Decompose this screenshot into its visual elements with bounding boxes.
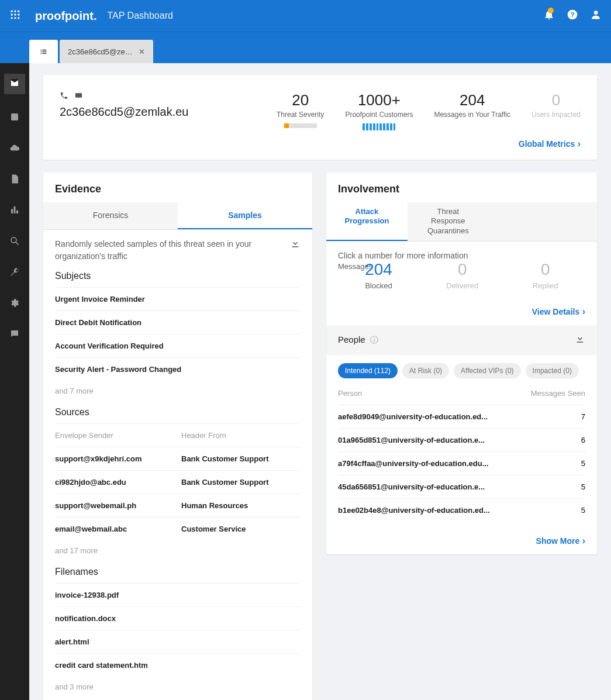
svg-point-11 [594,11,598,15]
tab-attack-progression[interactable]: Attack Progression [326,202,408,242]
sources-columns: Envelope Sender Header From [55,423,301,447]
chip-impacted[interactable]: Impacted (0) [526,363,579,378]
tab-samples[interactable]: Samples [178,202,312,229]
svg-point-7 [14,17,16,19]
tab-label: 2c36e86cd5@ze… [68,47,133,56]
svg-rect-18 [11,113,18,120]
filenames-more[interactable]: and 3 more [55,677,301,695]
notifications-icon[interactable] [543,9,555,23]
subject-row[interactable]: Security Alert - Password Changed [55,357,301,381]
source-row[interactable]: email@webmail.abcCustomer Service [55,517,301,540]
phone-icon [60,91,68,102]
apps-grid-icon[interactable] [9,9,21,23]
message-stats: 204 Blocked 0 Delivered 0 Replied [338,260,585,290]
stat-delivered[interactable]: 0 Delivered [446,260,478,290]
people-header: People ⓘ [326,325,597,355]
people-columns: Person Messages Seen [338,382,585,405]
filenames-header: Filenames [55,567,301,577]
source-row[interactable]: support@webemail.phHuman Resources [55,494,301,517]
svg-rect-16 [41,53,42,54]
help-icon[interactable]: ? [567,9,578,23]
involvement-card: Involvement Attack Progression Threat Re… [326,173,597,555]
severity-bar-icon [284,123,317,128]
svg-rect-15 [42,51,46,52]
svg-rect-20 [14,206,16,213]
subjects-more[interactable]: and 7 more [55,381,301,399]
person-row[interactable]: 45da656851@university-of-education.e...5 [338,475,585,498]
people-download-icon[interactable] [575,333,585,347]
source-row[interactable]: ci982hjdo@abc.eduBank Customer Support [55,470,301,494]
sidebar-gear-icon[interactable] [8,298,22,311]
samples-description: Randomly selected samples of this threat… [55,238,301,263]
svg-point-2 [18,10,19,12]
sidebar-cloud-icon[interactable] [8,143,22,156]
person-row[interactable]: a79f4cffaa@university-of-education.edu..… [338,451,585,475]
metric-users-impacted: 0 Users Impacted [531,91,581,128]
filename-row[interactable]: invoice-12938.pdf [55,583,301,606]
show-more-link[interactable]: Show More [536,536,585,546]
filename-row[interactable]: alert.html [55,630,301,653]
svg-point-4 [14,13,16,15]
chip-affected-vips[interactable]: Affected VIPs (0) [454,363,521,378]
topbar-actions: ? [543,9,602,23]
sidebar-chat-icon[interactable] [8,329,22,342]
evidence-card: Evidence Forensics Samples Randomly sele… [43,173,312,700]
chip-intended[interactable]: Intended (112) [338,363,398,378]
svg-rect-25 [75,93,82,98]
sources-more[interactable]: and 17 more [55,540,301,558]
source-row[interactable]: support@x9kdjehri.comBank Customer Suppo… [55,447,301,470]
svg-rect-21 [16,211,18,213]
summary-metrics: 20 Threat Severity 1000+ Proofpoint Cust… [277,91,581,128]
subjects-header: Subjects [55,271,301,281]
sidebar [0,63,29,700]
view-details-link[interactable]: View Details [532,307,585,316]
info-icon[interactable]: ⓘ [370,335,378,344]
svg-point-5 [18,13,19,15]
metric-messages: 204 Messages in Your Traffic [434,91,510,128]
stat-replied[interactable]: 0 Replied [533,260,558,290]
threat-identifier: 2c36e86cd5@zemlak.eu [60,105,188,119]
tab-bar: 2c36e86cd5@ze… ✕ [0,32,611,63]
sidebar-search-icon[interactable] [8,236,22,249]
metric-customers: 1000+ Proofpoint Customers [345,91,413,128]
sidebar-chart-icon[interactable] [8,205,22,218]
evidence-title: Evidence [43,173,312,202]
chip-at-risk[interactable]: At Risk (0) [402,363,449,378]
summary-card: 2c36e86cd5@zemlak.eu 20 Threat Severity … [43,75,597,160]
sidebar-contact-icon[interactable] [8,112,22,125]
svg-point-8 [18,17,19,19]
stat-blocked[interactable]: 204 Blocked [365,260,392,290]
sidebar-document-icon[interactable] [8,174,22,187]
svg-rect-13 [42,49,46,50]
sidebar-mail-icon[interactable] [4,74,25,94]
sidebar-wrench-icon[interactable] [8,267,22,280]
sources-header: Sources [55,407,301,418]
svg-rect-12 [41,49,42,50]
involvement-tabs: Attack Progression Threat Response Quara… [326,202,597,242]
filename-row[interactable]: credit card statement.htm [55,653,301,677]
svg-point-6 [11,17,13,19]
main-content: 2c36e86cd5@zemlak.eu 20 Threat Severity … [29,63,611,700]
tab-forensics[interactable]: Forensics [43,202,178,229]
filename-row[interactable]: notification.docx [55,606,301,630]
people-filter-chips: Intended (112) At Risk (0) Affected VIPs… [326,355,597,382]
tab-threat-response[interactable]: Threat Response Quarantines [408,202,489,242]
message-icon [74,91,83,102]
subject-row[interactable]: Account Verification Required [55,334,301,357]
involvement-title: Involvement [326,173,597,202]
subject-row[interactable]: Urgent Invoice Reminder [55,287,301,311]
svg-line-23 [16,242,19,245]
browser-tab[interactable]: 2c36e86cd5@ze… ✕ [60,40,153,63]
close-icon[interactable]: ✕ [139,47,145,56]
person-row[interactable]: 01a965d851@university-of-education.e...6 [338,428,585,451]
tab-list-button[interactable] [29,40,58,63]
brand-logo[interactable]: proofpoint. [35,9,97,23]
global-metrics-link[interactable]: Global Metrics [519,139,581,149]
person-row[interactable]: b1ee02b4e8@university-of-education.ed...… [338,498,585,522]
svg-point-0 [11,10,13,12]
subject-row[interactable]: Direct Debit Notification [55,311,301,334]
person-row[interactable]: aefe8d9049@university-of-education.ed...… [338,405,585,428]
metric-threat-severity: 20 Threat Severity [277,91,324,128]
user-avatar-icon[interactable] [590,9,602,23]
download-icon[interactable] [290,238,301,251]
